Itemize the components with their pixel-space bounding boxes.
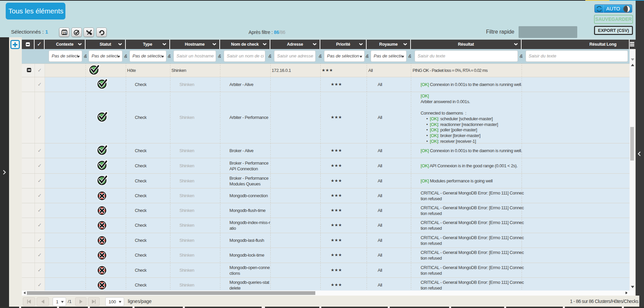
- svg-text:15: 15: [62, 31, 66, 35]
